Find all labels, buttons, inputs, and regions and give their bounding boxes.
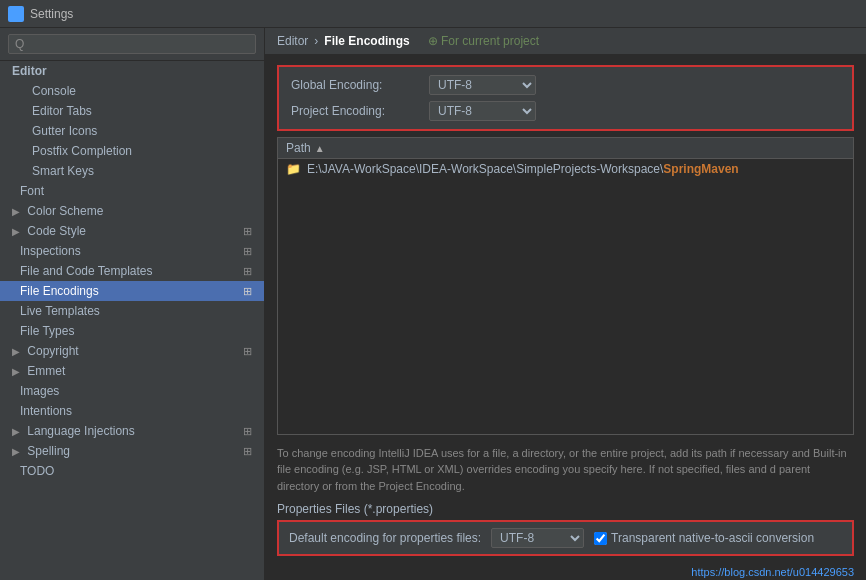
sidebar-item-label: Inspections: [20, 244, 81, 258]
search-input[interactable]: [28, 37, 249, 51]
spelling-icon: ⊞: [243, 445, 252, 458]
for-project-label[interactable]: ⊕ For current project: [428, 34, 539, 48]
sidebar-item-copyright[interactable]: ▶ Copyright ⊞: [0, 341, 264, 361]
sidebar-item-gutter-icons[interactable]: Gutter Icons: [0, 121, 264, 141]
sidebar-item-label: Font: [20, 184, 44, 198]
sidebar-item-label: ▶ Spelling: [12, 444, 70, 458]
sidebar-item-file-and-code-templates[interactable]: File and Code Templates ⊞: [0, 261, 264, 281]
sidebar-item-language-injections[interactable]: ▶ Language Injections ⊞: [0, 421, 264, 441]
sidebar-item-intentions[interactable]: Intentions: [0, 401, 264, 421]
sidebar-item-label: File and Code Templates: [20, 264, 153, 278]
watermark: https://blog.csdn.net/u014429653: [265, 564, 866, 580]
sidebar-item-code-style[interactable]: ▶ Code Style ⊞: [0, 221, 264, 241]
fct-icon: ⊞: [243, 265, 252, 278]
info-text: To change encoding IntelliJ IDEA uses fo…: [277, 445, 854, 495]
sidebar-item-editor-tabs[interactable]: Editor Tabs: [0, 101, 264, 121]
sidebar-item-images[interactable]: Images: [0, 381, 264, 401]
sidebar-item-spelling[interactable]: ▶ Spelling ⊞: [0, 441, 264, 461]
li-icon: ⊞: [243, 425, 252, 438]
copyright-icon: ⊞: [243, 345, 252, 358]
sidebar-item-postfix-completion[interactable]: Postfix Completion: [0, 141, 264, 161]
sidebar-item-label: Console: [32, 84, 76, 98]
transparent-conversion-label: Transparent native-to-ascii conversion: [611, 531, 814, 545]
sidebar-item-color-scheme[interactable]: ▶ Color Scheme: [0, 201, 264, 221]
sidebar-item-label: ▶ Color Scheme: [12, 204, 103, 218]
global-encoding-select[interactable]: UTF-8 ISO-8859-1 windows-1252: [429, 75, 536, 95]
sidebar-item-console[interactable]: Console: [0, 81, 264, 101]
breadcrumb: Editor › File Encodings ⊕ For current pr…: [265, 28, 866, 55]
path-table-header: Path ▲: [278, 138, 853, 159]
inspections-icon: ⊞: [243, 245, 252, 258]
sidebar-item-label: Images: [20, 384, 59, 398]
search-icon: Q: [15, 37, 24, 51]
sidebar-item-emmet[interactable]: ▶ Emmet: [0, 361, 264, 381]
sidebar-item-label: Smart Keys: [32, 164, 94, 178]
sidebar-item-label: Editor: [12, 64, 47, 78]
sidebar: Q Editor Console Editor Tabs Gutter Icon…: [0, 28, 265, 580]
sidebar-item-label: Live Templates: [20, 304, 100, 318]
breadcrumb-parent: Editor: [277, 34, 308, 48]
transparent-conversion-checkbox[interactable]: [594, 532, 607, 545]
properties-section: Properties Files (*.properties) Default …: [277, 502, 854, 556]
sidebar-item-label: File Encodings: [20, 284, 99, 298]
info-text-content: To change encoding IntelliJ IDEA uses fo…: [277, 447, 847, 492]
properties-encoding-select[interactable]: UTF-8 ISO-8859-1: [491, 528, 584, 548]
window-title: Settings: [30, 7, 73, 21]
sidebar-item-label: Postfix Completion: [32, 144, 132, 158]
path-text: E:\JAVA-WorkSpace\IDEA-WorkSpace\SimpleP…: [307, 162, 739, 176]
path-table: Path ▲ 📁 E:\JAVA-WorkSpace\IDEA-WorkSpac…: [277, 137, 854, 435]
transparent-conversion-wrap: Transparent native-to-ascii conversion: [594, 531, 814, 545]
watermark-link[interactable]: https://blog.csdn.net/u014429653: [691, 566, 854, 578]
table-row: 📁 E:\JAVA-WorkSpace\IDEA-WorkSpace\Simpl…: [278, 159, 853, 179]
sidebar-item-font[interactable]: Font: [0, 181, 264, 201]
default-encoding-label: Default encoding for properties files:: [289, 531, 481, 545]
fe-icon: ⊞: [243, 285, 252, 298]
title-bar: Settings: [0, 0, 866, 28]
project-encoding-select[interactable]: UTF-8 ISO-8859-1 windows-1252: [429, 101, 536, 121]
global-encoding-row: Global Encoding: UTF-8 ISO-8859-1 window…: [291, 75, 840, 95]
sidebar-item-inspections[interactable]: Inspections ⊞: [0, 241, 264, 261]
global-encoding-label: Global Encoding:: [291, 78, 421, 92]
main-content: Editor › File Encodings ⊕ For current pr…: [265, 28, 866, 580]
sidebar-item-label: Gutter Icons: [32, 124, 97, 138]
sidebar-item-label: ▶ Language Injections: [12, 424, 135, 438]
sidebar-item-smart-keys[interactable]: Smart Keys: [0, 161, 264, 181]
project-encoding-label: Project Encoding:: [291, 104, 421, 118]
sidebar-item-label: Editor Tabs: [32, 104, 92, 118]
sidebar-item-todo[interactable]: TODO: [0, 461, 264, 481]
sidebar-item-file-types[interactable]: File Types: [0, 321, 264, 341]
folder-icon: 📁: [286, 162, 301, 176]
sidebar-item-label: ▶ Code Style: [12, 224, 86, 238]
code-style-icon: ⊞: [243, 225, 252, 238]
settings-icon: [8, 6, 24, 22]
path-column-label: Path: [286, 141, 311, 155]
properties-section-label: Properties Files (*.properties): [277, 502, 854, 516]
sidebar-item-label: ▶ Copyright: [12, 344, 79, 358]
sidebar-item-label: TODO: [20, 464, 54, 478]
search-bar: Q: [0, 28, 264, 61]
sidebar-item-label: ▶ Emmet: [12, 364, 65, 378]
search-wrap[interactable]: Q: [8, 34, 256, 54]
breadcrumb-separator: ›: [314, 34, 318, 48]
path-highlight: SpringMaven: [663, 162, 738, 176]
sidebar-item-editor[interactable]: Editor: [0, 61, 264, 81]
project-encoding-row: Project Encoding: UTF-8 ISO-8859-1 windo…: [291, 101, 840, 121]
sidebar-item-label: Intentions: [20, 404, 72, 418]
sidebar-item-live-templates[interactable]: Live Templates: [0, 301, 264, 321]
encoding-options-box: Global Encoding: UTF-8 ISO-8859-1 window…: [277, 65, 854, 131]
sidebar-item-file-encodings[interactable]: File Encodings ⊞: [0, 281, 264, 301]
sidebar-item-label: File Types: [20, 324, 74, 338]
properties-box: Default encoding for properties files: U…: [277, 520, 854, 556]
sort-indicator: ▲: [315, 143, 325, 154]
breadcrumb-current: File Encodings: [324, 34, 409, 48]
